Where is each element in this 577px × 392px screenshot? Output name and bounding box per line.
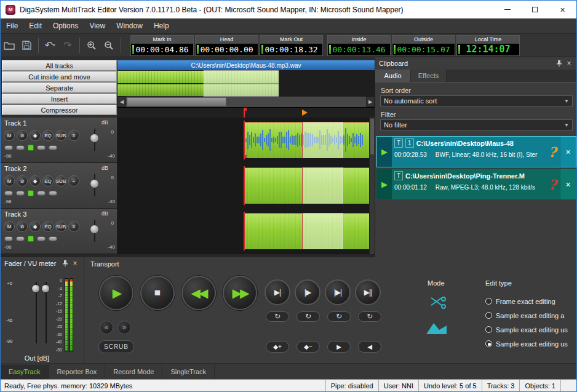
eq-button[interactable]: EQ	[42, 130, 54, 141]
rewind-button[interactable]: ◀◀	[181, 276, 216, 310]
fader-knob[interactable]	[90, 225, 99, 234]
mute-button[interactable]: M	[4, 221, 15, 232]
pan-button[interactable]: ◆	[30, 221, 41, 232]
mute-button[interactable]: M	[4, 130, 15, 141]
track-menu-button[interactable]: ≡	[68, 175, 79, 186]
track-wave-area[interactable]	[117, 209, 375, 254]
minimize-button[interactable]	[493, 1, 521, 18]
edit-type-option[interactable]: Frame exact editing	[485, 294, 568, 308]
edit-type-option[interactable]: Sample exact editing us	[485, 337, 568, 351]
maximize-button[interactable]	[521, 1, 549, 18]
cut-inside-and-move-button[interactable]: Cut inside and move	[2, 71, 117, 82]
scroll-right-arrow[interactable]: ▶	[366, 97, 375, 107]
undo-button[interactable]: ↶▼	[42, 38, 58, 54]
mute-button[interactable]: M	[4, 175, 15, 186]
track-vertical-scrollbar[interactable]	[369, 118, 375, 254]
insert-button[interactable]: Insert	[2, 94, 117, 104]
panel-close-button[interactable]: ×	[70, 258, 80, 268]
remove-marker-button[interactable]: ◆−	[296, 341, 320, 353]
overview-waveform[interactable]	[117, 70, 375, 97]
fader-knob-left[interactable]	[31, 284, 40, 293]
entry-remove-button[interactable]: ×	[560, 137, 576, 167]
save-button[interactable]	[18, 38, 34, 54]
sub-button[interactable]: SUB	[55, 130, 66, 141]
loop-button[interactable]: ↻	[358, 311, 381, 322]
separate-button[interactable]: Separate	[2, 82, 117, 93]
loop-button[interactable]: ↻	[266, 311, 289, 322]
sub-button[interactable]: SUB	[55, 175, 66, 186]
pin-button[interactable]	[554, 58, 564, 68]
stop-button[interactable]: ■	[140, 276, 175, 310]
fader-knob[interactable]	[90, 179, 99, 188]
entry-play-button[interactable]: ▶	[377, 169, 392, 199]
sort-order-dropdown[interactable]: No automatic sort ▼	[380, 95, 573, 106]
play-to-mark-button[interactable]: ▶|	[265, 279, 290, 305]
tab-singletrack[interactable]: SingleTrack	[162, 364, 215, 379]
menu-edit[interactable]: Edit	[23, 18, 47, 33]
prev-marker-button[interactable]: ◀	[358, 341, 381, 353]
zoom-out-button[interactable]	[101, 38, 117, 54]
cross-mute-button[interactable]: ⊘	[17, 221, 28, 232]
prev-button[interactable]: «	[100, 321, 113, 334]
tab-reporter-box[interactable]: Reporter Box	[49, 364, 106, 379]
pin-button[interactable]	[60, 258, 70, 268]
menu-view[interactable]: View	[84, 18, 111, 33]
pan-button[interactable]: ◆	[30, 130, 41, 141]
loop-button[interactable]: ↻	[296, 311, 320, 322]
overview-view-window[interactable]	[204, 70, 279, 97]
filter-dropdown[interactable]: No filter ▼	[380, 119, 573, 130]
clipboard-entry[interactable]: ▶ T 1 C:\Users\nin\Desktop\Maus-48 00:00…	[376, 136, 576, 167]
envelope-mode-button[interactable]	[425, 320, 448, 336]
play-pause-button[interactable]: ▶||	[355, 279, 381, 305]
fader-knob-right[interactable]	[41, 284, 50, 293]
track-wave-area[interactable]	[117, 163, 375, 208]
tab-audio[interactable]: Audio	[375, 70, 411, 82]
next-marker-button[interactable]: ▶	[327, 341, 351, 353]
redo-button[interactable]: ↷	[60, 38, 76, 54]
scrollbar-thumb[interactable]	[127, 97, 226, 106]
track-menu-button[interactable]: ≡	[68, 221, 79, 232]
menu-window[interactable]: Window	[111, 18, 148, 33]
tab-effects[interactable]: Effects	[411, 70, 447, 82]
fast-forward-button[interactable]: ▶▶	[223, 276, 257, 310]
zoom-in-button[interactable]	[84, 38, 100, 54]
cross-mute-button[interactable]: ⊘	[17, 175, 28, 186]
play-from-mark-button[interactable]: |▶	[295, 279, 320, 305]
mark-in-marker[interactable]	[244, 108, 245, 118]
open-button[interactable]	[1, 38, 17, 54]
menu-file[interactable]: File	[1, 18, 23, 33]
edit-type-option[interactable]: Sample exact editing a	[485, 308, 568, 322]
play-cursor-marker[interactable]	[302, 110, 308, 116]
track-wave-area[interactable]	[117, 118, 375, 162]
entry-play-button[interactable]: ▶	[377, 137, 392, 167]
pan-button[interactable]: ◆	[30, 175, 41, 186]
menu-options[interactable]: Options	[47, 18, 84, 33]
play-selection-button[interactable]: |▶|	[325, 279, 351, 305]
app-icon[interactable]: M	[6, 5, 15, 15]
all-tracks-button[interactable]: All tracks	[2, 60, 117, 71]
edit-type-option[interactable]: Sample exact editing us	[485, 322, 568, 337]
tab-record-mode[interactable]: Record Mode	[105, 364, 162, 379]
tab-easytrack[interactable]: EasyTrack	[1, 364, 49, 379]
compressor-button[interactable]: Compressor	[2, 105, 117, 115]
eq-button[interactable]: EQ	[42, 175, 54, 186]
scroll-left-arrow[interactable]: ◀	[117, 97, 126, 107]
timeline-ruler[interactable]	[117, 107, 375, 118]
fader-knob[interactable]	[90, 134, 99, 143]
panel-close-button[interactable]: ×	[564, 58, 574, 68]
scrub-button[interactable]: SCRUB	[98, 340, 134, 353]
entry-remove-button[interactable]: ×	[560, 169, 576, 199]
cross-mute-button[interactable]: ⊘	[17, 130, 28, 141]
eq-button[interactable]: EQ	[42, 221, 54, 232]
play-button[interactable]: ▶	[99, 276, 133, 310]
loop-button[interactable]: ↻	[327, 311, 351, 322]
cut-mode-button[interactable]	[429, 295, 447, 310]
clipboard-entry[interactable]: ▶ T C:\Users\nin\Desktop\Ping-Trenner.M …	[376, 169, 576, 200]
clip-handle[interactable]	[244, 155, 247, 158]
menu-help[interactable]: Help	[148, 18, 175, 33]
close-button[interactable]: ×	[549, 1, 576, 18]
project-file-title[interactable]: C:\Users\nin\Desktop\Maus-48.mp3.wav	[117, 60, 375, 70]
next-button[interactable]: »	[117, 321, 131, 334]
sub-button[interactable]: SUB	[55, 221, 66, 232]
add-marker-button[interactable]: ◆+	[266, 341, 289, 353]
